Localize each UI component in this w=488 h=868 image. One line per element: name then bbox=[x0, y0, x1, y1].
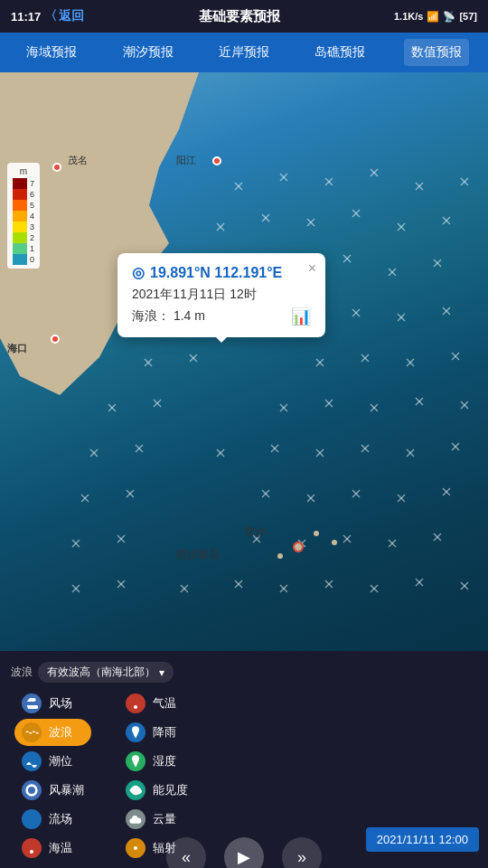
back-button[interactable]: 〈 返回 bbox=[44, 8, 84, 24]
nav-numeric[interactable]: 数值预报 bbox=[404, 39, 469, 66]
svg-point-134 bbox=[295, 543, 302, 551]
legend-bar: 7 6 5 4 3 2 1 0 bbox=[13, 178, 34, 265]
tooltip-date: 2021年11月11日 12时 bbox=[132, 287, 311, 303]
layer-seatemp[interactable]: 海温 bbox=[14, 835, 91, 862]
layer-visibility[interactable]: 能见度 bbox=[118, 777, 195, 804]
chevron-down-icon: ▾ bbox=[159, 666, 164, 679]
battery: [57] bbox=[459, 11, 477, 22]
nav-tide[interactable]: 潮汐预报 bbox=[116, 39, 181, 66]
tooltip-coord: ◎ 19.891°N 112.191°E bbox=[132, 264, 311, 281]
layer-airtemp[interactable]: 气温 bbox=[118, 690, 195, 717]
nav-reef[interactable]: 岛礁预报 bbox=[307, 39, 372, 66]
map-container[interactable]: m 7 6 5 4 3 2 1 0 茂名 阳江 海口 bbox=[0, 72, 488, 651]
layer-current[interactable]: 流场 bbox=[14, 806, 91, 833]
zhanjiang-dot bbox=[52, 163, 61, 172]
layer-storm[interactable]: 风暴潮 bbox=[14, 777, 91, 804]
yangjiang-label: 阳江 bbox=[176, 154, 196, 167]
bottom-panel: 波浪 有效波高（南海北部） ▾ 风场 波浪 bbox=[0, 651, 488, 868]
wave-selector-dropdown[interactable]: 有效波高（南海北部） ▾ bbox=[38, 662, 174, 683]
time: 11:17 bbox=[11, 10, 41, 24]
rewind-button[interactable]: « bbox=[166, 837, 206, 868]
layer-list-2: 气温 降雨 湿度 能见度 bbox=[109, 690, 204, 862]
maoming-label: 茂名 bbox=[68, 154, 88, 167]
nav-coast[interactable]: 近岸预报 bbox=[211, 39, 277, 66]
haikou-dot bbox=[51, 335, 60, 344]
layer-wind[interactable]: 风场 bbox=[14, 690, 91, 717]
wifi-icon: 📡 bbox=[443, 11, 455, 23]
nav-sea[interactable]: 海域预报 bbox=[19, 39, 84, 66]
tooltip-close-button[interactable]: × bbox=[308, 260, 316, 277]
map-tooltip: × ◎ 19.891°N 112.191°E 2021年11月11日 12时 海… bbox=[117, 253, 325, 337]
time-display: 2021/11/11 12:00 bbox=[366, 827, 479, 852]
svg-point-135 bbox=[314, 531, 319, 536]
layer-wave[interactable]: 波浪 bbox=[14, 719, 91, 746]
xisha-group-label: 西沙群岛 bbox=[176, 547, 220, 562]
svg-point-142 bbox=[134, 846, 137, 850]
status-left: 11:17 〈 返回 bbox=[11, 8, 84, 24]
forward-button[interactable]: » bbox=[282, 837, 322, 868]
play-button[interactable]: ▶ bbox=[224, 837, 264, 868]
layer-humidity[interactable]: 湿度 bbox=[118, 748, 195, 775]
svg-point-140 bbox=[134, 705, 137, 709]
yangjiang-dot bbox=[212, 156, 221, 165]
layer-rain[interactable]: 降雨 bbox=[118, 719, 195, 746]
layer-tide[interactable]: 潮位 bbox=[14, 748, 91, 775]
svg-point-137 bbox=[332, 540, 337, 545]
svg-point-136 bbox=[277, 553, 283, 559]
color-legend: m 7 6 5 4 3 2 1 0 bbox=[7, 163, 40, 269]
status-right: 1.1K/s 📶 📡 [57] bbox=[394, 11, 477, 23]
xisha-label: 雪沙 bbox=[244, 524, 266, 540]
status-bar: 11:17 〈 返回 基础要素预报 1.1K/s 📶 📡 [57] bbox=[0, 0, 488, 33]
layer-cloud[interactable]: 云量 bbox=[118, 806, 195, 833]
nav-bar: 海域预报 潮汐预报 近岸预报 岛礁预报 数值预报 bbox=[0, 33, 488, 72]
wave-selector[interactable]: 波浪 有效波高（南海北部） ▾ bbox=[0, 658, 488, 686]
page-title: 基础要素预报 bbox=[199, 8, 280, 25]
haikou-label: 海口 bbox=[7, 342, 27, 355]
layer-list: 风场 波浪 潮位 风暴潮 bbox=[5, 690, 100, 862]
chart-icon[interactable]: 📊 bbox=[291, 307, 311, 326]
legend-unit: m bbox=[13, 166, 34, 176]
tooltip-wave-value: 海浪： 1.4 m 📊 bbox=[132, 307, 311, 326]
playback-controls: « ▶ » bbox=[166, 837, 322, 868]
signal-icon: 📶 bbox=[427, 11, 439, 23]
svg-point-139 bbox=[30, 850, 33, 854]
